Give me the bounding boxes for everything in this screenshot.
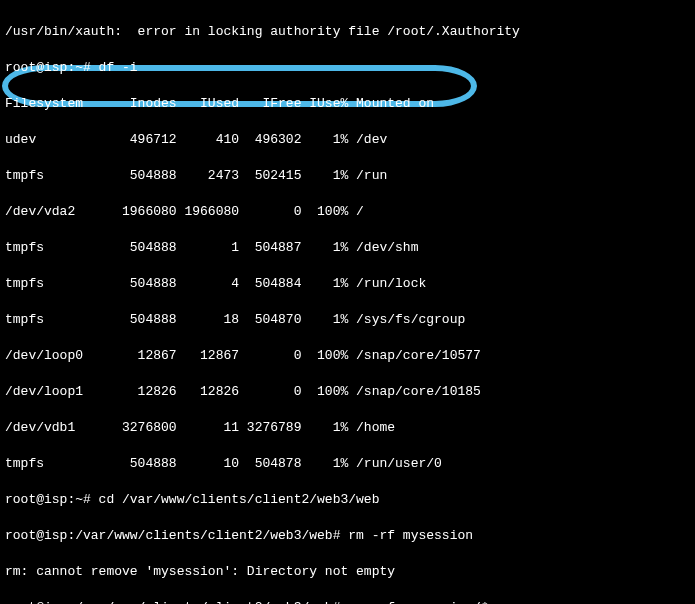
df-row: tmpfs 504888 2473 502415 1% /run [5,167,690,185]
df-row: tmpfs 504888 10 504878 1% /run/user/0 [5,455,690,473]
prompt-line: root@isp:~# df -i [5,59,690,77]
df-row: udev 496712 410 496302 1% /dev [5,131,690,149]
df-row-highlighted: /dev/vda2 1966080 1966080 0 100% / [5,203,690,221]
df-row: tmpfs 504888 4 504884 1% /run/lock [5,275,690,293]
df-row: tmpfs 504888 1 504887 1% /dev/shm [5,239,690,257]
df-row: tmpfs 504888 18 504870 1% /sys/fs/cgroup [5,311,690,329]
df-row: /dev/loop0 12867 12867 0 100% /snap/core… [5,347,690,365]
df-header: Filesystem Inodes IUsed IFree IUse% Moun… [5,95,690,113]
error-line: /usr/bin/xauth: error in locking authori… [5,23,690,41]
prompt-line: root@isp:/var/www/clients/client2/web3/w… [5,599,690,604]
prompt-line: root@isp:/var/www/clients/client2/web3/w… [5,527,690,545]
terminal-output[interactable]: /usr/bin/xauth: error in locking authori… [5,5,690,604]
df-row: /dev/vdb1 3276800 11 3276789 1% /home [5,419,690,437]
prompt-line: root@isp:~# cd /var/www/clients/client2/… [5,491,690,509]
df-row: /dev/loop1 12826 12826 0 100% /snap/core… [5,383,690,401]
error-line: rm: cannot remove 'mysession': Directory… [5,563,690,581]
